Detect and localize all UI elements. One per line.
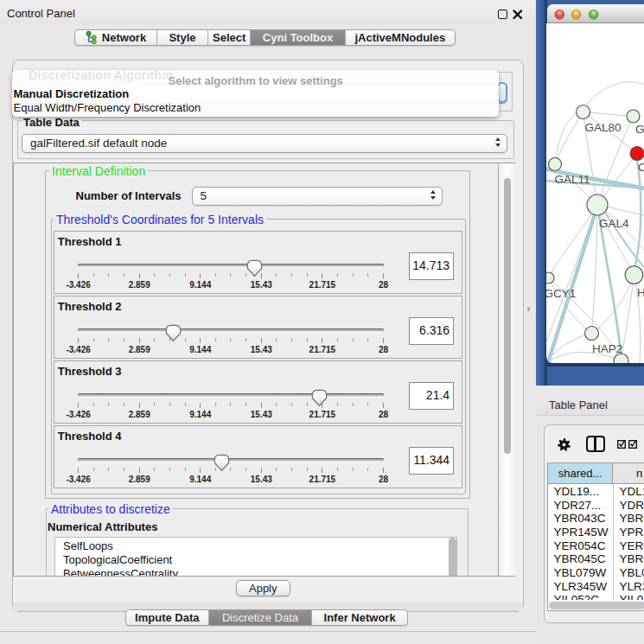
svg-text:GAL11: GAL11 [555,173,590,186]
svg-text:GCY1: GCY1 [546,287,576,300]
svg-text:C: C [638,161,644,174]
svg-text:GAL4: GAL4 [599,217,629,230]
svg-text:HAP2: HAP2 [592,342,622,355]
svg-text:G: G [635,123,644,136]
svg-text:H: H [637,286,644,299]
svg-text:GAL80: GAL80 [585,121,622,134]
